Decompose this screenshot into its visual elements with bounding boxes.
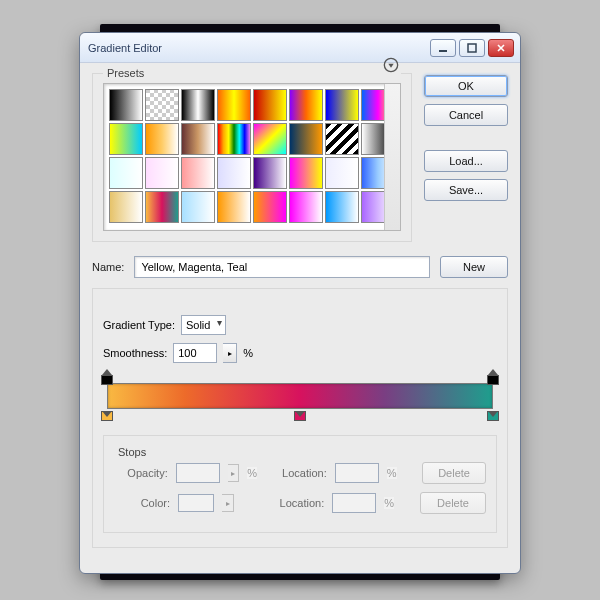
opacity-delete-button: Delete bbox=[422, 462, 486, 484]
ok-button[interactable]: OK bbox=[424, 75, 508, 97]
color-stop-handle[interactable] bbox=[487, 411, 499, 427]
color-well bbox=[178, 494, 214, 512]
preset-swatch[interactable] bbox=[289, 191, 323, 223]
gradient-rail[interactable] bbox=[107, 383, 493, 409]
color-stop-handle[interactable] bbox=[101, 411, 113, 427]
stops-legend: Stops bbox=[114, 446, 150, 458]
maximize-button[interactable] bbox=[459, 39, 485, 57]
opacity-unit: % bbox=[247, 467, 257, 479]
opacity-stop-handle[interactable] bbox=[101, 369, 113, 385]
preset-swatch[interactable] bbox=[325, 89, 359, 121]
opacity-spinner: ▸ bbox=[228, 464, 240, 482]
preset-swatch[interactable] bbox=[289, 123, 323, 155]
color-location-input bbox=[332, 493, 376, 513]
opacity-location-unit: % bbox=[387, 467, 397, 479]
minimize-button[interactable] bbox=[430, 39, 456, 57]
preset-swatch[interactable] bbox=[109, 123, 143, 155]
gradient-type-label: Gradient Type: bbox=[103, 319, 175, 331]
preset-swatch[interactable] bbox=[253, 191, 287, 223]
presets-swatches[interactable] bbox=[103, 83, 401, 231]
minimize-icon bbox=[438, 43, 448, 53]
presets-fieldset: Presets bbox=[92, 73, 412, 242]
preset-swatch[interactable] bbox=[181, 157, 215, 189]
preset-swatch[interactable] bbox=[325, 123, 359, 155]
preset-swatch[interactable] bbox=[253, 157, 287, 189]
gradient-type-select[interactable]: Solid bbox=[181, 315, 226, 335]
color-spinner: ▸ bbox=[222, 494, 234, 512]
presets-flyout-button[interactable] bbox=[383, 57, 399, 73]
color-stop-handle[interactable] bbox=[294, 411, 306, 427]
name-label: Name: bbox=[92, 261, 124, 273]
opacity-stop-handle[interactable] bbox=[487, 369, 499, 385]
close-button[interactable] bbox=[488, 39, 514, 57]
svg-rect-1 bbox=[468, 44, 476, 52]
color-label: Color: bbox=[114, 497, 170, 509]
gradient-bar[interactable] bbox=[103, 371, 497, 427]
preset-swatch[interactable] bbox=[145, 191, 179, 223]
preset-swatch[interactable] bbox=[181, 89, 215, 121]
presets-legend: Presets bbox=[107, 67, 144, 79]
preset-swatch[interactable] bbox=[325, 157, 359, 189]
cancel-button[interactable]: Cancel bbox=[424, 104, 508, 126]
preset-swatch[interactable] bbox=[109, 157, 143, 189]
smoothness-spinner[interactable]: ▸ bbox=[223, 343, 237, 363]
opacity-input bbox=[176, 463, 220, 483]
maximize-icon bbox=[467, 43, 477, 53]
new-button[interactable]: New bbox=[440, 256, 508, 278]
close-icon bbox=[496, 43, 506, 53]
opacity-location-input bbox=[335, 463, 379, 483]
preset-swatch[interactable] bbox=[109, 191, 143, 223]
smoothness-unit: % bbox=[243, 347, 253, 359]
preset-swatch[interactable] bbox=[253, 123, 287, 155]
name-input[interactable] bbox=[134, 256, 430, 278]
preset-swatch[interactable] bbox=[145, 123, 179, 155]
preset-swatch[interactable] bbox=[361, 191, 395, 223]
titlebar[interactable]: Gradient Editor bbox=[80, 33, 520, 63]
gradient-editor-dialog: Gradient Editor Presets bbox=[79, 32, 521, 574]
color-location-unit: % bbox=[384, 497, 394, 509]
color-location-label: Location: bbox=[268, 497, 324, 509]
preset-swatch[interactable] bbox=[217, 157, 251, 189]
preset-swatch[interactable] bbox=[109, 89, 143, 121]
preset-swatch[interactable] bbox=[145, 157, 179, 189]
stops-fieldset: Stops Opacity: ▸ % Location: % Delete Co… bbox=[103, 435, 497, 533]
smoothness-label: Smoothness: bbox=[103, 347, 167, 359]
preset-swatch[interactable] bbox=[217, 123, 251, 155]
preset-swatch[interactable] bbox=[145, 89, 179, 121]
preset-swatch[interactable] bbox=[181, 191, 215, 223]
preset-swatch[interactable] bbox=[361, 123, 395, 155]
window-title: Gradient Editor bbox=[88, 42, 427, 54]
svg-rect-0 bbox=[439, 50, 447, 52]
preset-swatch[interactable] bbox=[289, 157, 323, 189]
smoothness-input[interactable] bbox=[173, 343, 217, 363]
preset-swatch[interactable] bbox=[361, 157, 395, 189]
preset-swatch[interactable] bbox=[217, 191, 251, 223]
preset-swatch[interactable] bbox=[361, 89, 395, 121]
color-delete-button: Delete bbox=[420, 492, 486, 514]
preset-swatch[interactable] bbox=[289, 89, 323, 121]
gradient-definition-fieldset: x Gradient Type: Solid Smoothness: ▸ % bbox=[92, 288, 508, 548]
preset-swatch[interactable] bbox=[253, 89, 287, 121]
save-button[interactable]: Save... bbox=[424, 179, 508, 201]
load-button[interactable]: Load... bbox=[424, 150, 508, 172]
opacity-label: Opacity: bbox=[114, 467, 168, 479]
opacity-location-label: Location: bbox=[273, 467, 327, 479]
preset-swatch[interactable] bbox=[181, 123, 215, 155]
dialog-side-buttons: OK Cancel Load... Save... bbox=[424, 73, 508, 242]
preset-swatch[interactable] bbox=[217, 89, 251, 121]
preset-swatch[interactable] bbox=[325, 191, 359, 223]
flyout-icon bbox=[383, 57, 399, 73]
